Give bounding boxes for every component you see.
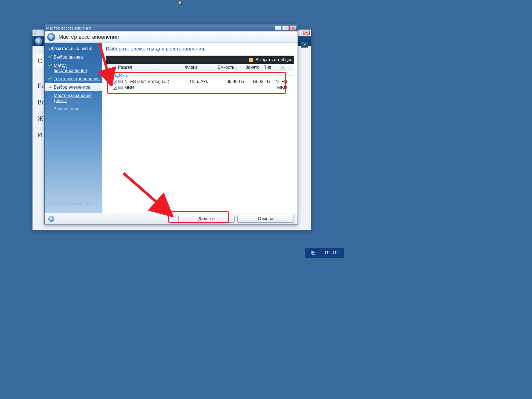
cursor-icon [179, 1, 183, 7]
table-row[interactable]: NTFS (Нет метки) (C:) Осн.,Акт. 39,99 ГБ… [107, 78, 294, 85]
col-capacity[interactable]: Емкость [210, 64, 237, 71]
wizard-minimize-button[interactable]: ━ [275, 26, 281, 30]
table-toolbar: Выбрать столбцы [106, 56, 294, 64]
step-restore-point[interactable]: Точка восстановления [45, 75, 102, 83]
check-icon [48, 63, 52, 67]
arrow-right-icon: ➔ [48, 85, 52, 89]
wizard-footer: ? Далее > Отмена [45, 213, 298, 224]
taskbar-network-icon[interactable] [305, 248, 321, 258]
wizard-header: Мастер восстановления [45, 31, 298, 43]
sidebar-extra-label: Дополнительные шаги [48, 201, 93, 206]
bg-back-button[interactable] [35, 37, 43, 45]
step-restore-method[interactable]: Метод восстановления [45, 61, 102, 75]
bg-sidebar-fragments: Ре Во Ж И [38, 82, 45, 148]
row-used: 19,92 ГБ [244, 79, 270, 84]
disk-checkbox[interactable] [108, 74, 112, 77]
help-button[interactable]: ? [48, 216, 54, 222]
scroll-up-button[interactable] [280, 64, 285, 71]
taskbar-language[interactable]: RU-RU [321, 248, 344, 258]
col-partition[interactable]: Раздел [116, 64, 183, 71]
row-checkbox[interactable] [113, 80, 117, 84]
col-flags[interactable]: Флаги [183, 64, 210, 71]
cancel-button[interactable]: Отмена [237, 215, 294, 223]
svg-rect-3 [312, 252, 315, 255]
step-select-elements[interactable]: ➔ Выбор элементов [45, 83, 102, 91]
next-button[interactable]: Далее > [178, 215, 235, 223]
check-icon [48, 55, 52, 59]
taskbar: RU-RU [305, 248, 344, 258]
check-icon [48, 76, 52, 80]
wizard-window: Мастер восстановления ━ ▢ ✕ Мастер восст… [44, 24, 298, 224]
wizard-sidebar: Обязательные шаги: Выбор архива Метод во… [45, 43, 102, 213]
wizard-titlebar[interactable]: Мастер восстановления ━ ▢ ✕ [45, 24, 298, 31]
table-body: Диск 1 NTFS (Нет метки) (C:) Осн.,Акт. 3… [106, 71, 294, 203]
col-type[interactable]: Тип [262, 64, 280, 71]
wizard-close-button[interactable]: ✕ [289, 26, 296, 30]
wizard-titlebar-text: Мастер восстановления [46, 26, 91, 30]
disk-icon [118, 86, 123, 89]
disk-group-label: Диск 1 [115, 73, 128, 78]
table-header-row: Раздел Флаги Емкость Занято Тип [106, 64, 294, 71]
bg-dropdown-button[interactable] [301, 42, 308, 48]
step-destination[interactable]: Место назначения Диск 1 [45, 91, 102, 105]
columns-icon [249, 58, 253, 62]
wizard-header-title: Мастер восстановления [59, 34, 119, 40]
row-capacity: 39,99 ГБ [217, 79, 244, 84]
bg-close-button[interactable]: ✕ [303, 31, 310, 35]
step-finish: Завершение [45, 105, 102, 113]
row-type: MBR [270, 85, 287, 90]
wizard-back-button[interactable] [47, 33, 55, 41]
sidebar-section-label: Обязательные шаги: [45, 46, 102, 53]
bg-tab: С [36, 53, 44, 68]
col-used[interactable]: Занято [237, 64, 262, 71]
sidebar-divider [48, 117, 98, 117]
row-partition: NTFS (Нет метки) (C:) [124, 79, 190, 84]
disk-icon [118, 80, 123, 83]
wizard-main: Выберите элементы для восстановления. Вы… [102, 43, 298, 213]
bg-window-title: Ас [34, 31, 38, 35]
table-row[interactable]: MBR MBR [107, 85, 294, 91]
select-columns-button[interactable]: Выбрать столбцы [255, 57, 291, 62]
row-checkbox[interactable] [113, 86, 117, 90]
row-flags: Осн.,Акт. [190, 79, 217, 84]
row-type: NTFS [270, 79, 287, 84]
wizard-maximize-button[interactable]: ▢ [282, 26, 289, 30]
main-title: Выберите элементы для восстановления. [106, 46, 294, 52]
disk-group-row[interactable]: Диск 1 [107, 72, 294, 78]
partition-table: Выбрать столбцы Раздел Флаги Емкость Зан… [106, 56, 294, 203]
col-checkbox [106, 64, 116, 71]
step-archive-selection[interactable]: Выбор архива [45, 53, 102, 61]
row-partition: MBR [124, 85, 190, 90]
